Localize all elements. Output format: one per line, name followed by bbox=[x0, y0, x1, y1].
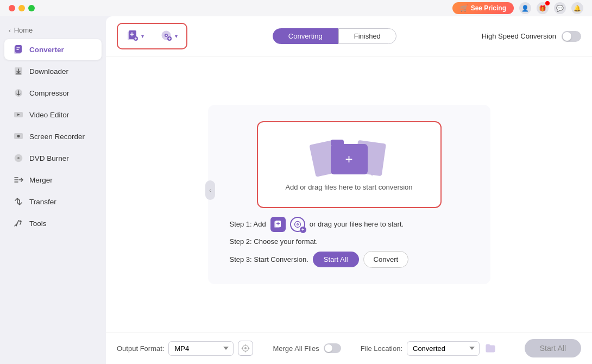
sidebar-item-dvd-burner[interactable]: DVD Burner bbox=[4, 148, 102, 168]
sidebar-item-merger[interactable]: Merger bbox=[4, 170, 102, 190]
video-editor-icon bbox=[13, 109, 24, 120]
step1-add-file-btn[interactable] bbox=[270, 217, 286, 232]
convert-button[interactable]: Convert bbox=[363, 251, 409, 268]
step1-add-dvd-btn[interactable] bbox=[290, 217, 305, 232]
add-file-icon bbox=[127, 29, 138, 43]
bottom-bar: Output Format: MP4 AVI MOV MKV WMV FLV M… bbox=[106, 332, 592, 364]
add-file-arrow-icon: ▾ bbox=[141, 33, 144, 39]
high-speed-label: High Speed Conversion bbox=[482, 32, 556, 40]
file-location-field: File Location: Converted Same as source … bbox=[361, 341, 497, 356]
svg-point-15 bbox=[166, 35, 167, 36]
minimize-button[interactable] bbox=[18, 5, 25, 11]
step-1-suffix: or drag your files here to start. bbox=[310, 220, 404, 228]
sidebar-item-video-editor[interactable]: Video Editor bbox=[4, 104, 102, 125]
folder-illustration: + ✦ ✦ bbox=[322, 137, 376, 181]
drop-zone[interactable]: + ✦ ✦ Add or drag files here to start co… bbox=[257, 121, 442, 208]
sparkle-icon-2: ✦ bbox=[369, 171, 375, 178]
sidebar-item-compressor[interactable]: Compressor bbox=[4, 83, 102, 103]
downloader-icon bbox=[13, 66, 24, 77]
step-2-label: Step 2: Choose your format. bbox=[230, 237, 318, 246]
toggle-knob bbox=[563, 32, 571, 41]
see-pricing-button[interactable]: 🛒 See Pricing bbox=[452, 2, 514, 14]
sidebar-item-video-editor-label: Video Editor bbox=[29, 111, 69, 119]
compressor-icon bbox=[13, 87, 24, 98]
svg-point-23 bbox=[244, 347, 247, 349]
sparkle-icon-1: ✦ bbox=[325, 140, 330, 148]
chat-icon-btn[interactable]: 💬 bbox=[554, 2, 566, 14]
titlebar-right: 🛒 See Pricing 👤 🎁 💬 🔔 bbox=[452, 2, 583, 14]
step-1-label: Step 1: Add bbox=[230, 220, 266, 228]
drop-zone-instruction: Add or drag files here to start conversi… bbox=[285, 183, 412, 191]
high-speed-area: High Speed Conversion bbox=[482, 31, 581, 42]
finished-tab[interactable]: Finished bbox=[338, 28, 396, 44]
steps-area: Step 1: Add bbox=[230, 217, 469, 268]
svg-point-6 bbox=[17, 135, 20, 137]
notification-badge bbox=[545, 1, 550, 5]
transfer-icon bbox=[13, 196, 24, 207]
sidebar-item-downloader[interactable]: Downloader bbox=[4, 61, 102, 81]
step-1-row: Step 1: Add bbox=[230, 217, 469, 232]
account-icon: 👤 bbox=[521, 5, 529, 12]
sidebar-item-merger-label: Merger bbox=[29, 176, 53, 184]
sidebar-item-converter[interactable]: Converter bbox=[4, 39, 102, 60]
step-3-row: Step 3: Start Conversion. Start All Conv… bbox=[230, 251, 469, 268]
step-2-row: Step 2: Choose your format. bbox=[230, 237, 469, 246]
file-location-label: File Location: bbox=[361, 344, 402, 353]
step-3-label: Step 3: Start Conversion. bbox=[230, 255, 308, 263]
folder-main: + bbox=[331, 144, 368, 174]
add-file-button[interactable]: ▾ bbox=[120, 26, 150, 46]
format-settings-button[interactable] bbox=[238, 341, 253, 356]
titlebar: 🛒 See Pricing 👤 🎁 💬 🔔 bbox=[0, 0, 592, 16]
svg-rect-1 bbox=[15, 45, 22, 53]
sidebar-item-tools-label: Tools bbox=[29, 219, 47, 228]
collapse-sidebar-button[interactable]: ‹ bbox=[205, 180, 215, 200]
gift-icon-btn[interactable]: 🎁 bbox=[537, 2, 549, 14]
merge-files-area: Merge All Files bbox=[273, 343, 341, 353]
folder-plus-icon: + bbox=[345, 153, 352, 166]
sidebar-item-transfer-label: Transfer bbox=[29, 198, 56, 206]
chat-icon: 💬 bbox=[556, 5, 564, 12]
svg-point-21 bbox=[297, 224, 298, 225]
file-location-select[interactable]: Converted Same as source Desktop Custom bbox=[407, 341, 480, 356]
start-all-bottom-button[interactable]: Start All bbox=[525, 339, 581, 357]
add-dvd-arrow-icon: ▾ bbox=[175, 33, 178, 39]
converting-tab[interactable]: Converting bbox=[273, 28, 338, 44]
tools-icon bbox=[13, 218, 24, 229]
add-buttons-group: ▾ ▾ bbox=[117, 23, 187, 49]
high-speed-toggle[interactable] bbox=[562, 31, 581, 42]
sidebar-item-screen-recorder-label: Screen Recorder bbox=[29, 133, 85, 141]
bell-icon-btn[interactable]: 🔔 bbox=[571, 2, 583, 14]
add-dvd-icon bbox=[160, 29, 172, 43]
content-area: + ✦ ✦ Add or drag files here to start co… bbox=[106, 57, 592, 332]
sidebar-home[interactable]: ‹ Home bbox=[0, 22, 106, 39]
output-format-label: Output Format: bbox=[117, 344, 164, 353]
close-button[interactable] bbox=[9, 5, 15, 11]
tabs-area: Converting Finished bbox=[194, 28, 475, 44]
open-folder-button[interactable] bbox=[484, 342, 497, 355]
maximize-button[interactable] bbox=[28, 5, 35, 11]
toolbar: ▾ ▾ Converting bbox=[106, 16, 592, 57]
sidebar-item-screen-recorder[interactable]: Screen Recorder bbox=[4, 126, 102, 147]
converter-card: + ✦ ✦ Add or drag files here to start co… bbox=[208, 105, 490, 284]
merge-files-toggle[interactable] bbox=[324, 343, 341, 353]
bell-icon: 🔔 bbox=[574, 5, 581, 12]
folder-tab bbox=[331, 140, 344, 145]
screen-recorder-icon bbox=[13, 131, 24, 142]
sidebar-item-converter-label: Converter bbox=[29, 46, 64, 54]
cart-icon: 🛒 bbox=[460, 4, 468, 12]
sidebar-item-compressor-label: Compressor bbox=[29, 89, 70, 97]
merge-files-label: Merge All Files bbox=[273, 344, 319, 353]
account-icon-btn[interactable]: 👤 bbox=[519, 2, 531, 14]
sidebar-item-downloader-label: Downloader bbox=[29, 67, 68, 76]
gift-icon: 🎁 bbox=[539, 5, 546, 12]
sidebar-item-tools[interactable]: Tools bbox=[4, 213, 102, 234]
app-body: ‹ Home Converter Downloader bbox=[0, 16, 592, 364]
sidebar-item-transfer[interactable]: Transfer bbox=[4, 191, 102, 212]
add-dvd-button[interactable]: ▾ bbox=[154, 26, 184, 46]
back-arrow-icon: ‹ bbox=[9, 27, 11, 34]
merge-toggle-knob bbox=[325, 344, 332, 352]
start-all-button[interactable]: Start All bbox=[313, 252, 359, 267]
output-format-select[interactable]: MP4 AVI MOV MKV WMV FLV MP3 AAC bbox=[168, 341, 234, 356]
traffic-lights bbox=[9, 5, 35, 11]
merger-icon bbox=[13, 174, 24, 185]
